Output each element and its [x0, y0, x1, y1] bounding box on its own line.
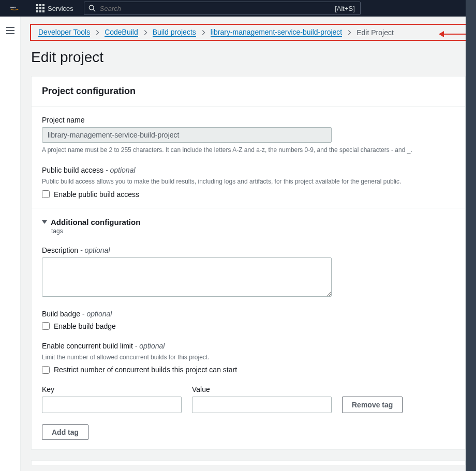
tag-input-row: Key Value Remove tag [42, 385, 455, 413]
right-side-strip [466, 0, 476, 471]
body-wrapper: Developer Tools CodeBuild Build projects… [0, 17, 476, 471]
concurrent-label: Enable concurrent build limit - optional [42, 342, 455, 350]
build-badge-group: Build badge - optional Enable build badg… [42, 310, 455, 330]
tag-key-col: Key [42, 385, 182, 413]
public-access-checkbox-row: Enable public build access [42, 190, 455, 199]
breadcrumb: Developer Tools CodeBuild Build projects… [30, 24, 467, 41]
project-name-section: Project name A project name must be 2 to… [32, 107, 465, 208]
chevron-right-icon [143, 28, 147, 37]
hamburger-menu-button[interactable] [6, 27, 14, 471]
concurrent-checkbox-row: Restrict number of concurrent builds thi… [42, 366, 455, 374]
panel-header: Project configuration [32, 77, 465, 107]
tags-group: Key Value Remove tag Add tag [42, 385, 455, 440]
tag-value-input[interactable] [192, 397, 332, 413]
description-textarea[interactable] [42, 257, 332, 297]
breadcrumb-link-developer-tools[interactable]: Developer Tools [38, 28, 90, 37]
remove-tag-button[interactable]: Remove tag [342, 397, 403, 413]
aws-logo[interactable]: aws [0, 0, 29, 17]
concurrent-checkbox-label[interactable]: Restrict number of concurrent builds thi… [54, 366, 237, 374]
public-access-hint: Public build access allows you to make t… [42, 177, 455, 186]
breadcrumb-current: Edit Project [356, 28, 394, 37]
search-container: [Alt+S] [84, 2, 361, 15]
search-input[interactable] [100, 5, 330, 12]
add-tag-button[interactable]: Add tag [42, 424, 88, 440]
project-name-hint: A project name must be 2 to 255 characte… [42, 146, 455, 155]
additional-config-toggle[interactable]: Additional configuration [42, 218, 455, 226]
svg-line-2 [93, 9, 95, 11]
concurrent-checkbox[interactable] [42, 366, 50, 374]
svg-point-1 [89, 5, 94, 10]
description-label: Description - optional [42, 246, 455, 254]
public-access-checkbox-label[interactable]: Enable public build access [54, 190, 139, 199]
services-grid-icon [36, 4, 44, 12]
svg-text:aws: aws [10, 6, 16, 9]
build-badge-checkbox-row: Enable build badge [42, 322, 455, 330]
breadcrumb-link-build-projects[interactable]: Build projects [153, 28, 196, 37]
additional-config-title: Additional configuration [51, 218, 140, 226]
concurrent-group: Enable concurrent build limit - optional… [42, 342, 455, 374]
hamburger-icon [6, 27, 14, 34]
chevron-right-icon [347, 28, 351, 37]
public-access-checkbox[interactable] [42, 190, 50, 198]
main-content: Developer Tools CodeBuild Build projects… [21, 17, 476, 471]
build-badge-label: Build badge - optional [42, 310, 455, 318]
tag-value-label: Value [192, 385, 332, 393]
page-title: Edit project [21, 44, 476, 76]
project-config-panel: Project configuration Project name A pro… [31, 76, 466, 450]
build-badge-checkbox-label[interactable]: Enable build badge [54, 322, 116, 330]
build-badge-checkbox[interactable] [42, 322, 50, 330]
search-shortcut-hint: [Alt+S] [330, 5, 360, 12]
project-name-label: Project name [42, 116, 455, 124]
aws-logo-icon: aws [7, 6, 22, 11]
breadcrumb-link-project[interactable]: library-management-service-build-project [211, 28, 342, 37]
project-name-input [42, 127, 332, 143]
public-access-label: Public build access - optional [42, 166, 455, 174]
additional-config-section: Additional configuration tags Descriptio… [32, 208, 465, 450]
caret-down-icon [42, 220, 47, 224]
side-navigation-rail [0, 17, 21, 471]
chevron-right-icon [201, 28, 205, 37]
description-group: Description - optional [42, 246, 455, 298]
tag-key-label: Key [42, 385, 182, 393]
concurrent-hint: Limit the number of allowed concurrent b… [42, 353, 455, 362]
next-panel-stub [31, 460, 466, 465]
search-icon [88, 5, 96, 12]
annotation-arrow [439, 31, 470, 37]
services-label: Services [48, 5, 73, 12]
services-menu-button[interactable]: Services [29, 0, 81, 17]
top-navigation: aws Services [Alt+S] [0, 0, 476, 17]
tag-key-input[interactable] [42, 397, 182, 413]
public-access-group: Public build access - optional Public bu… [42, 166, 455, 199]
breadcrumb-link-codebuild[interactable]: CodeBuild [105, 28, 138, 37]
panel-header-title: Project configuration [42, 86, 455, 97]
additional-config-subtitle: tags [51, 227, 455, 235]
chevron-right-icon [95, 28, 99, 37]
tag-value-col: Value [192, 385, 332, 413]
